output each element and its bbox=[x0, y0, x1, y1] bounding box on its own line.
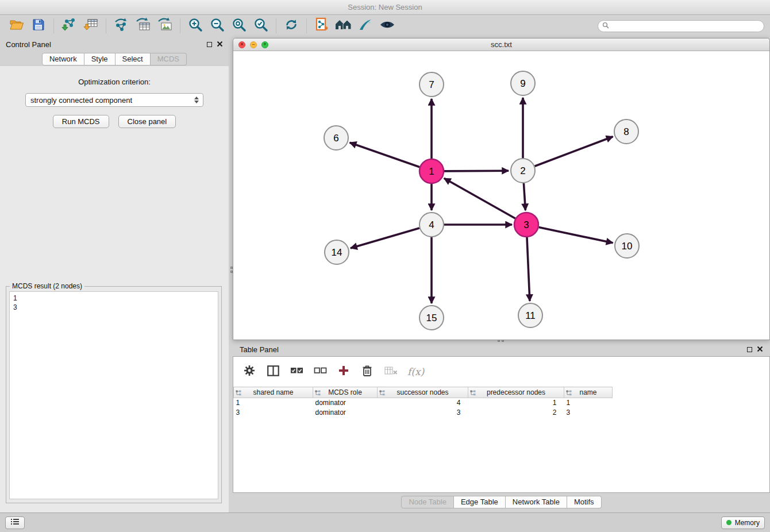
run-mcds-button[interactable]: Run MCDS bbox=[53, 115, 109, 128]
export-table-button[interactable] bbox=[132, 17, 154, 35]
delete-table-button[interactable] bbox=[384, 364, 398, 380]
node-table-header-row: shared nameMCDS rolesuccessor nodesprede… bbox=[234, 387, 770, 398]
mcds-result-item[interactable]: 1 bbox=[13, 294, 214, 303]
zoom-selected-button[interactable] bbox=[250, 17, 272, 35]
graph-edge-3-11[interactable] bbox=[527, 237, 530, 301]
nested-networks-button[interactable] bbox=[333, 17, 355, 35]
minimize-window-button[interactable]: – bbox=[250, 41, 257, 48]
column-edit-icon bbox=[236, 390, 241, 398]
tab-network-table[interactable]: Network Table bbox=[506, 496, 567, 508]
graph-node-10[interactable]: 10 bbox=[615, 234, 639, 258]
first-neighbors-button[interactable] bbox=[311, 17, 333, 35]
mcds-result-item[interactable]: 3 bbox=[13, 303, 214, 312]
svg-text:3: 3 bbox=[523, 219, 529, 230]
graph-edge-3-10[interactable] bbox=[539, 228, 613, 243]
panel-menu-button[interactable] bbox=[5, 516, 25, 529]
tab-motifs[interactable]: Motifs bbox=[567, 496, 602, 508]
graph-edge-1-6[interactable] bbox=[350, 142, 420, 167]
optimization-criterion-label: Optimization criterion: bbox=[0, 78, 229, 86]
memory-button[interactable]: Memory bbox=[721, 516, 765, 529]
toolbar-separator bbox=[276, 18, 276, 33]
close-panel-button[interactable] bbox=[217, 40, 223, 49]
zoom-out-icon bbox=[210, 17, 225, 34]
graph-node-6[interactable]: 6 bbox=[324, 126, 348, 150]
zoom-in-button[interactable] bbox=[184, 17, 206, 35]
style-brush-button[interactable] bbox=[355, 17, 376, 35]
table-row[interactable]: 3dominator323 bbox=[234, 408, 770, 418]
first-neighbors-icon bbox=[315, 17, 329, 34]
graph-node-8[interactable]: 8 bbox=[614, 119, 638, 144]
import-network-button[interactable] bbox=[58, 17, 80, 35]
open-session-button[interactable] bbox=[6, 17, 28, 35]
zoom-out-button[interactable] bbox=[206, 17, 228, 35]
import-table-icon bbox=[83, 18, 98, 34]
deselect-all-button[interactable] bbox=[313, 364, 327, 380]
tab-style[interactable]: Style bbox=[84, 53, 116, 65]
column-header-successor-nodes[interactable]: successor nodes bbox=[378, 387, 468, 398]
graph-node-4[interactable]: 4 bbox=[419, 213, 444, 237]
columns-icon bbox=[267, 365, 279, 379]
svg-text:7: 7 bbox=[429, 79, 434, 90]
toolbar-separator bbox=[53, 18, 54, 33]
import-table-button[interactable] bbox=[80, 17, 102, 35]
close-panel-action-button[interactable]: Close panel bbox=[118, 115, 176, 128]
table-settings-button[interactable] bbox=[242, 364, 256, 380]
tab-network[interactable]: Network bbox=[42, 53, 84, 65]
refresh-view-button[interactable] bbox=[280, 17, 302, 35]
show-graphics-details-button[interactable] bbox=[376, 17, 398, 35]
graph-node-11[interactable]: 11 bbox=[518, 303, 542, 327]
delete-columns-button[interactable] bbox=[360, 364, 374, 380]
show-columns-button[interactable] bbox=[266, 364, 280, 380]
function-builder-button[interactable]: f(x) bbox=[407, 364, 424, 380]
graph-node-15[interactable]: 15 bbox=[419, 306, 444, 330]
graph-node-7[interactable]: 7 bbox=[419, 72, 444, 97]
select-all-button[interactable] bbox=[290, 364, 303, 380]
table-panel: Table Panel bbox=[233, 342, 770, 511]
control-panel-body: Optimization criterion: strongly connect… bbox=[0, 65, 229, 512]
search-field[interactable] bbox=[598, 20, 764, 32]
tab-select[interactable]: Select bbox=[116, 53, 151, 65]
graph-node-14[interactable]: 14 bbox=[325, 240, 349, 264]
column-header-name[interactable]: name bbox=[564, 387, 613, 398]
column-header-predecessor-nodes[interactable]: predecessor nodes bbox=[468, 387, 564, 398]
graph-node-1[interactable]: 1 bbox=[419, 159, 444, 183]
tab-node-table[interactable]: Node Table bbox=[401, 496, 454, 508]
window-title: Session: New Session bbox=[348, 3, 422, 11]
two-homes-icon bbox=[335, 18, 352, 34]
save-session-button[interactable] bbox=[28, 17, 49, 35]
graph-edge-2-3[interactable] bbox=[523, 183, 525, 210]
memory-status-icon bbox=[726, 520, 732, 525]
add-column-button[interactable] bbox=[337, 364, 351, 380]
export-network-button[interactable] bbox=[110, 17, 132, 35]
graph-edge-2-8[interactable] bbox=[535, 137, 613, 166]
graph-edge-4-14[interactable] bbox=[351, 228, 419, 248]
zoom-selected-icon bbox=[253, 17, 268, 34]
unchecked-boxes-icon bbox=[314, 367, 327, 377]
mcds-result-list[interactable]: 13 bbox=[9, 291, 218, 499]
float-panel-button[interactable] bbox=[207, 42, 212, 47]
svg-text:4: 4 bbox=[429, 219, 434, 230]
maximize-window-button[interactable]: + bbox=[261, 41, 268, 48]
column-header-MCDS-role[interactable]: MCDS role bbox=[313, 387, 378, 398]
export-image-button[interactable] bbox=[154, 17, 176, 35]
close-table-panel-button[interactable] bbox=[757, 345, 763, 354]
tab-mcds[interactable]: MCDS bbox=[151, 53, 187, 65]
graph-edge-1-2[interactable] bbox=[444, 171, 509, 171]
graph-node-3[interactable]: 3 bbox=[514, 213, 538, 237]
svg-text:8: 8 bbox=[623, 126, 629, 137]
network-canvas[interactable]: 7968124314101511 bbox=[233, 51, 769, 340]
zoom-fit-button[interactable] bbox=[228, 17, 250, 35]
table-row[interactable]: 1dominator411 bbox=[234, 398, 770, 408]
criterion-dropdown[interactable]: strongly connected component bbox=[25, 93, 203, 107]
graph-node-2[interactable]: 2 bbox=[511, 159, 535, 183]
close-window-button[interactable]: × bbox=[238, 41, 245, 48]
graph-edge-3-1[interactable] bbox=[444, 178, 515, 218]
search-input[interactable] bbox=[611, 22, 760, 30]
column-header-shared-name[interactable]: shared name bbox=[234, 387, 313, 398]
tab-edge-table[interactable]: Edge Table bbox=[454, 496, 506, 508]
svg-text:9: 9 bbox=[520, 78, 525, 89]
graph-node-9[interactable]: 9 bbox=[511, 71, 535, 95]
table-panel-content: f(x) shared nameMCDS rolesuccessor nodes… bbox=[233, 356, 770, 493]
float-table-panel-button[interactable] bbox=[747, 347, 752, 352]
network-window-titlebar[interactable]: scc.txt × – + bbox=[233, 38, 769, 51]
